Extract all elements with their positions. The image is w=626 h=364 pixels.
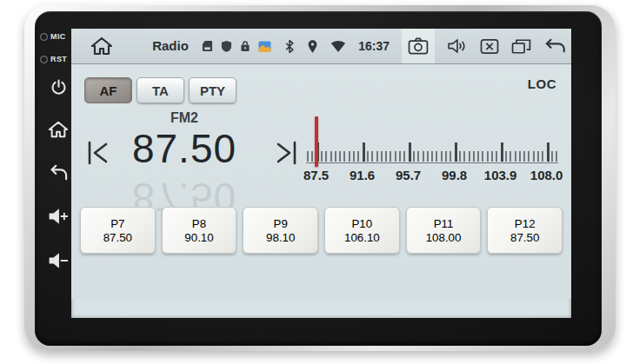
scale-label: 87.5 <box>303 168 329 182</box>
recent-apps-button[interactable] <box>511 38 531 55</box>
tick-mark <box>417 151 419 162</box>
camera-button[interactable] <box>402 29 435 63</box>
tick-mark <box>409 142 411 162</box>
volume-down-icon <box>48 252 69 269</box>
tuner-needle <box>315 116 318 167</box>
scale-label: 103.9 <box>484 168 517 182</box>
tick-mark <box>469 151 470 162</box>
af-button[interactable]: AF <box>84 77 132 103</box>
rst-hole-icon <box>40 56 48 63</box>
tick-mark <box>321 151 323 162</box>
bluetooth-icon <box>284 39 295 54</box>
mic-hole: MIC <box>40 32 66 41</box>
side-control-strip: MIC RST <box>35 11 71 346</box>
tick-mark <box>482 151 483 162</box>
home-icon <box>48 120 69 139</box>
tick-mark <box>335 151 336 162</box>
band-label: FM2 <box>170 110 198 126</box>
seek-next-icon <box>273 138 299 168</box>
tick-mark <box>491 151 493 162</box>
tick-mark <box>450 151 451 162</box>
tick-mark <box>339 151 341 162</box>
loc-indicator: LOC <box>528 76 556 91</box>
ta-button[interactable]: TA <box>137 77 184 103</box>
tuner-baseline <box>306 162 558 164</box>
volume-down-button[interactable] <box>45 248 71 274</box>
tick-mark <box>455 142 457 162</box>
preset-frequency: 106.10 <box>344 231 380 244</box>
tick-mark <box>423 151 424 162</box>
preset-frequency: 87.50 <box>103 231 132 244</box>
status-bar: Radio 16:37 <box>71 29 571 64</box>
tuner-scale: 87.591.695.799.8103.9108.0 <box>306 108 560 186</box>
tick-mark <box>371 151 373 162</box>
preset-button[interactable]: P9 98.10 <box>243 207 318 254</box>
tick-mark <box>307 151 309 162</box>
tick-mark <box>463 151 465 162</box>
tick-mark <box>427 151 429 162</box>
preset-button[interactable]: P7 87.50 <box>80 207 156 254</box>
tick-mark <box>330 151 332 162</box>
back-hard-button[interactable] <box>45 160 71 186</box>
home-hard-button[interactable] <box>45 116 71 142</box>
preset-frequency: 98.10 <box>266 231 295 244</box>
sd-card-icon <box>202 40 213 52</box>
scale-label: 108.0 <box>530 168 563 182</box>
tick-mark <box>505 151 507 162</box>
back-button[interactable] <box>543 38 566 54</box>
tick-mark <box>413 151 415 162</box>
current-frequency: 87.50 <box>132 125 236 172</box>
rst-label: RST <box>50 55 67 63</box>
tick-mark <box>363 142 365 162</box>
back-icon <box>48 164 69 182</box>
preset-button[interactable]: P12 87.50 <box>487 207 563 254</box>
gallery-icon <box>258 41 271 52</box>
home-button[interactable] <box>90 36 113 56</box>
tick-mark <box>501 142 503 162</box>
app-title: Radio <box>152 38 189 53</box>
lock-icon <box>240 40 250 52</box>
head-unit-product-photo: MIC RST Radio <box>0 0 626 364</box>
tick-mark <box>542 151 543 162</box>
tick-mark <box>325 151 327 162</box>
volume-up-button[interactable] <box>45 203 71 229</box>
seek-next-button[interactable] <box>273 138 299 168</box>
tick-mark <box>556 151 557 162</box>
seek-previous-icon <box>85 138 111 168</box>
tick-mark <box>477 151 479 162</box>
tick-mark <box>496 151 497 162</box>
seek-previous-button[interactable] <box>85 138 111 168</box>
preset-frequency: 90.10 <box>184 231 213 244</box>
tick-mark <box>395 151 396 162</box>
close-app-button[interactable] <box>480 38 499 55</box>
preset-button[interactable]: P10 106.10 <box>324 207 400 254</box>
notification-icons <box>202 40 271 52</box>
tick-mark <box>523 151 525 162</box>
close-icon <box>480 38 499 55</box>
scale-label: 91.6 <box>350 168 375 182</box>
wifi-icon <box>330 40 346 53</box>
preset-label: P8 <box>192 217 206 230</box>
preset-label: P11 <box>434 217 454 230</box>
tick-mark <box>311 151 313 162</box>
tick-mark <box>473 151 475 162</box>
preset-label: P7 <box>110 217 124 230</box>
preset-button[interactable]: P8 90.10 <box>162 207 237 254</box>
home-icon <box>90 36 113 56</box>
tick-mark <box>487 151 489 162</box>
back-icon <box>543 38 566 54</box>
preset-button[interactable]: P11 108.00 <box>406 207 482 254</box>
power-button[interactable] <box>45 74 71 100</box>
tick-mark <box>459 151 461 162</box>
tick-mark <box>519 151 521 162</box>
tick-mark <box>381 151 383 162</box>
preset-frequency: 87.50 <box>510 231 539 244</box>
preset-label: P9 <box>274 217 288 230</box>
tick-mark <box>349 151 350 162</box>
tick-mark <box>537 151 539 162</box>
tick-mark <box>445 151 447 162</box>
pty-button[interactable]: PTY <box>189 77 236 103</box>
preset-frequency: 108.00 <box>426 231 462 244</box>
volume-button[interactable] <box>447 37 468 55</box>
tick-mark <box>431 151 433 162</box>
